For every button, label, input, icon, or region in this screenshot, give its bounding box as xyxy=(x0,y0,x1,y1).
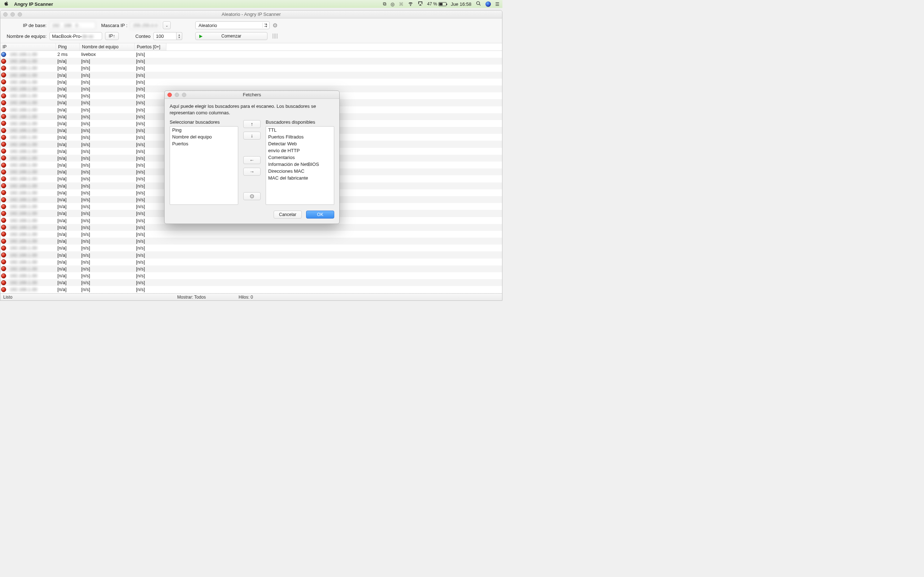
status-dead-icon xyxy=(1,239,6,244)
siri-icon[interactable] xyxy=(485,2,491,7)
notification-center-icon[interactable]: ☰ xyxy=(495,2,499,7)
cell-ip: 192.168.1.00 xyxy=(8,65,55,71)
table-row[interactable]: 192.168.1.00[n/a][n/s][n/s] xyxy=(0,266,502,272)
list-item[interactable]: Ping xyxy=(170,127,238,134)
cell-ip: 192.168.1.00 xyxy=(8,52,55,57)
move-down-button[interactable]: ↓ xyxy=(243,132,261,140)
table-row[interactable]: 192.168.1.00[n/a][n/s][n/s] xyxy=(0,224,502,231)
cell-ports: [n/s] xyxy=(134,52,166,57)
ip-base-input[interactable]: 192 . 168 . 0 . xyxy=(50,21,96,29)
table-row[interactable]: 192.168.1.00[n/a][n/s][n/s] xyxy=(0,272,502,279)
table-row[interactable]: 192.168.1.002 mslivebox[n/s] xyxy=(0,51,502,58)
table-row[interactable]: 192.168.1.00[n/a][n/s][n/s] xyxy=(0,286,502,293)
list-item[interactable]: Puertos Filtrados xyxy=(266,134,334,140)
table-row[interactable]: 192.168.1.00[n/a][n/s][n/s] xyxy=(0,251,502,258)
status-dead-icon xyxy=(1,169,6,174)
cell-hostname: [n/s] xyxy=(79,93,134,98)
cell-ports: [n/s] xyxy=(134,197,166,202)
list-item[interactable]: Comentarios xyxy=(266,154,334,161)
ip-up-button[interactable]: IP↑ xyxy=(105,32,119,40)
table-row[interactable]: 192.168.1.00[n/a][n/s][n/s] xyxy=(0,238,502,245)
cell-ports: [n/s] xyxy=(134,183,166,189)
table-row[interactable]: 192.168.1.00[n/a][n/s][n/s] xyxy=(0,245,502,251)
col-header-hostname[interactable]: Nombre del equipo xyxy=(80,43,135,50)
status-dead-icon xyxy=(1,135,6,140)
creative-cloud-icon[interactable]: ◎ xyxy=(391,2,394,7)
col-header-ip[interactable]: IP xyxy=(0,43,56,50)
dialog-close-icon[interactable] xyxy=(168,93,172,97)
list-item[interactable]: Nombre del equipo xyxy=(170,134,238,140)
list-item[interactable]: Información de NetBIOS xyxy=(266,161,334,168)
table-row[interactable]: 192.168.1.00[n/a][n/s][n/s] xyxy=(0,58,502,64)
bluetooth-icon[interactable]: ⌘ xyxy=(399,2,404,7)
col-header-ping[interactable]: Ping xyxy=(56,43,80,50)
cancel-button[interactable]: Cancelar xyxy=(274,211,302,219)
menubar-clock[interactable]: Jue 16:58 xyxy=(451,2,472,7)
list-item[interactable]: Detectar Web xyxy=(266,140,334,147)
dropbox-icon[interactable]: ⧉ xyxy=(383,1,386,7)
cell-ports: [n/s] xyxy=(134,211,166,216)
battery-indicator[interactable]: 47 % xyxy=(427,2,446,6)
apple-icon[interactable] xyxy=(3,1,9,7)
dialog-traffic-lights[interactable] xyxy=(168,93,186,97)
table-row[interactable]: 192.168.1.00[n/a][n/s][n/s] xyxy=(0,259,502,266)
cell-hostname: [n/s] xyxy=(79,86,134,92)
move-up-button[interactable]: ↑ xyxy=(243,120,261,128)
count-spinner[interactable]: 100 ▲▼ xyxy=(153,32,182,40)
window-title: Aleatorio - Angry IP Scanner xyxy=(221,11,281,17)
status-dead-icon xyxy=(1,163,6,168)
dialog-description: Aquí puede elegir los buscadores para el… xyxy=(170,103,334,116)
cell-ip: 192.168.1.00 xyxy=(8,142,55,147)
table-row[interactable]: 192.168.1.00[n/a][n/s][n/s] xyxy=(0,64,502,71)
list-item[interactable]: Puertos xyxy=(170,140,238,147)
table-row[interactable]: 192.168.1.00[n/a][n/s][n/s] xyxy=(0,231,502,238)
cell-ports: [n/s] xyxy=(134,128,166,133)
dialog-title: Fetchers xyxy=(243,92,261,97)
selected-fetchers-listbox[interactable]: PingNombre del equipoPuertos xyxy=(170,126,238,205)
cell-ports: [n/s] xyxy=(134,190,166,195)
settings-gear-icon[interactable]: ⚙ xyxy=(273,22,278,29)
count-label: Conteo xyxy=(135,34,150,39)
cell-ping: [n/a] xyxy=(55,259,79,265)
list-item[interactable]: TTL xyxy=(266,127,334,134)
status-dead-icon xyxy=(1,155,6,161)
cell-ping: [n/a] xyxy=(55,100,79,105)
cell-ping: [n/a] xyxy=(55,176,79,181)
add-fetcher-button[interactable]: ← xyxy=(243,156,261,164)
fetcher-prefs-button[interactable]: ⚙ xyxy=(243,192,261,200)
cell-hostname: [n/s] xyxy=(79,197,134,202)
cell-ports: [n/s] xyxy=(134,93,166,98)
spotlight-icon[interactable] xyxy=(476,1,481,7)
remove-fetcher-button[interactable]: → xyxy=(243,168,261,176)
cell-ip: 192.168.1.00 xyxy=(8,183,55,189)
cell-ip: 192.168.1.00 xyxy=(8,148,55,154)
table-row[interactable]: 192.168.1.00[n/a][n/s][n/s] xyxy=(0,279,502,286)
cell-ping: [n/a] xyxy=(55,148,79,154)
cell-ip: 192.168.1.00 xyxy=(8,211,55,216)
count-value[interactable]: 100 xyxy=(153,32,176,40)
mask-input[interactable]: 255.255.0.0 xyxy=(130,21,160,29)
status-dead-icon xyxy=(1,87,6,92)
list-item[interactable]: Direcciones MAC xyxy=(266,168,334,174)
available-fetchers-listbox[interactable]: TTLPuertos FiltradosDetectar Webenvío de… xyxy=(266,126,334,205)
airplay-icon[interactable] xyxy=(418,1,423,7)
wifi-icon[interactable] xyxy=(408,1,413,7)
col-header-ports[interactable]: Puertos [0+] xyxy=(135,43,166,50)
table-row[interactable]: 192.168.1.00[n/a][n/s][n/s] xyxy=(0,79,502,85)
cell-ping: [n/a] xyxy=(55,65,79,71)
cell-ping: [n/a] xyxy=(55,218,79,223)
cell-ip: 192.168.1.00 xyxy=(8,204,55,209)
list-item[interactable]: envío de HTTP xyxy=(266,147,334,154)
window-traffic-lights[interactable] xyxy=(3,12,22,16)
table-row[interactable]: 192.168.1.00[n/a][n/s][n/s] xyxy=(0,72,502,79)
app-name-menu[interactable]: Angry IP Scanner xyxy=(14,2,53,7)
scan-mode-combo[interactable]: Aleatorio ▲▼ xyxy=(195,21,270,29)
list-item[interactable]: MAC del fabricante xyxy=(266,174,334,181)
mask-dropdown-button[interactable]: ⌄ xyxy=(163,21,171,29)
hostname-input[interactable]: MacBook-Pro-de-xx xyxy=(50,32,102,40)
view-toggle-icon[interactable] xyxy=(273,34,278,39)
status-dead-icon xyxy=(1,287,6,292)
ok-button[interactable]: OK xyxy=(306,211,334,219)
start-scan-button[interactable]: ▶ Comenzar xyxy=(195,32,267,40)
status-dead-icon xyxy=(1,211,6,216)
